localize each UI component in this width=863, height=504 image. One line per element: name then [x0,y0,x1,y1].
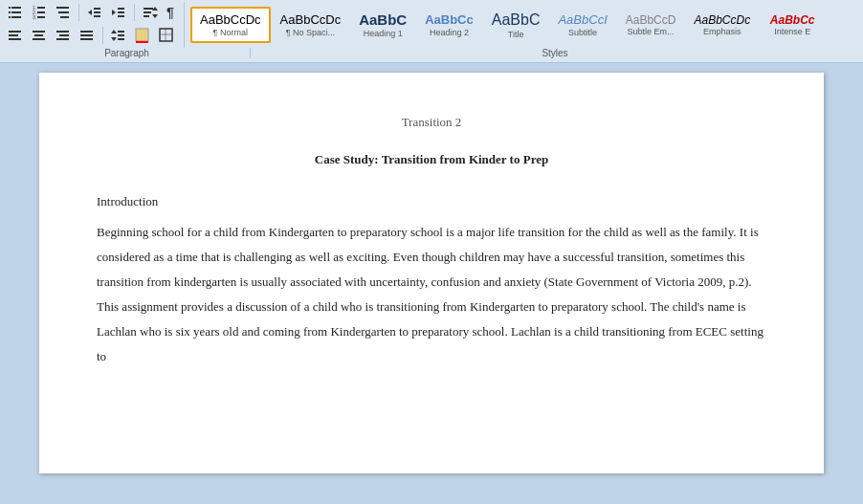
style-normal-label: ¶ Normal [213,28,248,37]
svg-rect-22 [118,15,124,17]
borders-icon[interactable] [155,25,178,46]
svg-rect-25 [144,15,149,17]
numbering-icon[interactable]: 1.2.3. [28,2,51,23]
style-normal-preview: AaBbCcDc [200,12,261,28]
svg-rect-44 [118,38,124,40]
svg-rect-32 [34,34,43,36]
style-heading1-preview: AaBbC [359,11,407,29]
style-no-spacing[interactable]: AaBbCcDc ¶ No Spaci... [272,7,350,42]
svg-rect-0 [9,7,11,9]
style-heading1-label: Heading 1 [364,29,403,38]
svg-marker-19 [112,10,116,15]
page-title: Transition 2 [97,111,766,133]
svg-rect-46 [136,41,148,43]
style-title-preview: AaBbC [492,11,541,29]
paragraph-group: 1.2.3. ¶ [4,2,185,48]
increase-indent-icon[interactable] [107,2,130,23]
svg-rect-20 [118,8,124,10]
svg-text:3.: 3. [33,14,36,20]
multilevel-icon[interactable] [52,2,75,23]
style-intense-e[interactable]: AaBbCc Intense E [760,7,825,42]
sort-icon[interactable] [139,2,162,23]
shading-icon[interactable] [131,25,154,46]
page-heading: Case Study: Transition from Kinder to Pr… [97,148,766,170]
style-intense-e-label: Intense E [774,27,810,36]
svg-rect-38 [80,34,93,36]
style-title[interactable]: AaBbC Title [483,7,549,42]
svg-rect-21 [118,11,124,13]
style-subtitle-preview: AaBbCcI [558,12,607,28]
style-emphasis-preview: AaBbCcDc [694,13,750,27]
svg-rect-16 [94,8,100,10]
svg-marker-15 [88,10,92,15]
svg-rect-42 [118,31,124,33]
svg-rect-1 [11,7,21,9]
svg-rect-23 [144,8,153,10]
svg-rect-30 [9,38,21,40]
section-intro: Introduction [97,190,766,212]
style-heading2[interactable]: AaBbCc Heading 2 [416,7,482,42]
svg-rect-37 [80,31,93,33]
style-no-spacing-label: ¶ No Spaci... [286,28,335,37]
svg-rect-12 [56,7,69,9]
style-emphasis[interactable]: AaBbCcDc Emphasis [685,7,759,42]
paragraph-group-label: Paragraph [4,48,251,58]
svg-rect-28 [9,31,21,33]
svg-marker-40 [111,30,117,33]
group-label-bar: Paragraph Styles [4,48,859,58]
svg-rect-11 [37,16,45,18]
line-spacing-icon[interactable] [107,25,130,46]
styles-group-label: Styles [251,48,859,58]
svg-rect-24 [144,11,151,13]
svg-rect-17 [94,11,100,13]
style-subtitle-label: Subtitle [568,28,597,37]
show-hide-pilcrow-icon[interactable]: ¶ [163,2,178,23]
style-normal[interactable]: AaBbCcDc ¶ Normal [190,7,271,42]
bullets-icon[interactable] [4,2,27,23]
svg-rect-2 [9,11,11,13]
svg-rect-43 [118,34,124,36]
style-heading2-label: Heading 2 [430,28,469,37]
style-subtitle[interactable]: AaBbCcI Subtitle [549,7,615,42]
align-left-icon[interactable] [4,25,27,46]
justify-icon[interactable] [76,25,99,46]
svg-marker-41 [111,37,117,41]
svg-rect-9 [37,11,45,13]
align-center-icon[interactable] [28,25,51,46]
svg-rect-5 [11,16,21,18]
svg-rect-3 [11,11,21,13]
svg-rect-29 [9,34,18,36]
document-page: Transition 2 Case Study: Transition from… [39,73,824,473]
decrease-indent-icon[interactable] [83,2,106,23]
style-subtle-em-label: Subtle Em... [628,27,675,36]
svg-rect-47 [160,29,172,41]
svg-rect-14 [60,16,69,18]
style-subtle-em-preview: AaBbCcD [626,13,676,27]
svg-rect-18 [94,15,100,17]
style-emphasis-label: Emphasis [703,27,741,36]
body-text: Beginning school for a child from Kinder… [97,220,766,369]
svg-rect-35 [59,34,69,36]
svg-rect-33 [33,38,45,40]
svg-rect-13 [58,11,69,13]
svg-marker-27 [152,14,158,18]
svg-rect-45 [136,29,148,41]
svg-rect-4 [9,16,11,18]
align-right-icon[interactable] [52,25,75,46]
style-no-spacing-preview: AaBbCcDc [280,12,342,28]
style-heading2-preview: AaBbCc [425,12,474,28]
svg-rect-31 [33,31,45,33]
style-heading1[interactable]: AaBbC Heading 1 [350,7,415,42]
svg-rect-34 [56,31,69,33]
style-intense-e-preview: AaBbCc [770,13,815,27]
styles-group: AaBbCcDc ¶ Normal AaBbCcDc ¶ No Spaci...… [190,7,859,42]
style-title-label: Title [508,30,524,39]
style-subtle-em[interactable]: AaBbCcD Subtle Em... [617,7,685,42]
svg-rect-36 [56,38,69,40]
svg-rect-39 [80,38,93,40]
document-area: Transition 2 Case Study: Transition from… [0,63,863,483]
ribbon: 1.2.3. ¶ [0,0,863,63]
svg-rect-7 [37,7,45,9]
